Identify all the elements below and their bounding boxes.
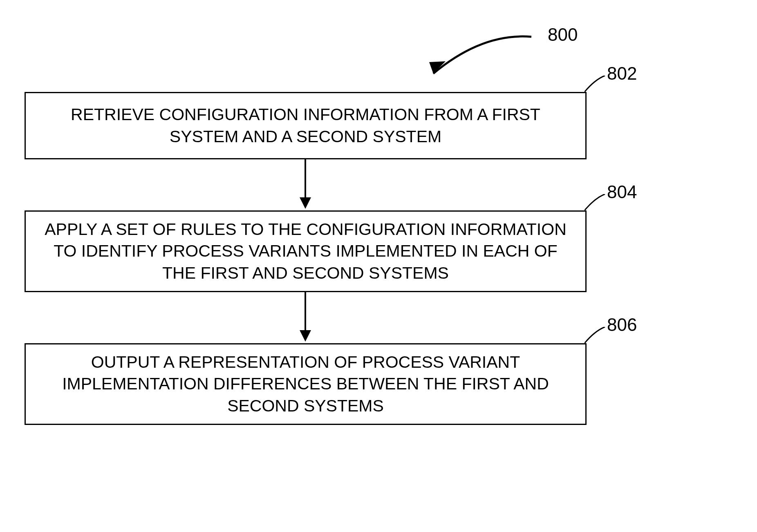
box-label-804: 804	[607, 182, 637, 202]
leader-line-802-icon	[585, 76, 607, 94]
leader-line-806-icon	[585, 327, 607, 345]
flowchart-box-802-text: RETRIEVE CONFIGURATION INFORMATION FROM …	[42, 104, 569, 148]
svg-marker-0	[429, 61, 446, 74]
figure-label-800: 800	[548, 25, 578, 45]
curved-arrow-icon	[409, 29, 548, 86]
arrow-1-to-2-line	[305, 159, 306, 198]
arrow-2-to-3-line	[305, 292, 306, 331]
arrow-1-to-2-head-icon	[300, 197, 311, 209]
flowchart-box-802: RETRIEVE CONFIGURATION INFORMATION FROM …	[25, 92, 587, 159]
arrow-2-to-3-head-icon	[300, 330, 311, 342]
leader-line-804-icon	[585, 194, 607, 212]
box-label-802: 802	[607, 63, 637, 84]
flowchart-box-806: OUTPUT A REPRESENTATION OF PROCESS VARIA…	[25, 343, 587, 425]
flowchart-box-804-text: APPLY A SET OF RULES TO THE CONFIGURATIO…	[42, 219, 569, 284]
flowchart-box-804: APPLY A SET OF RULES TO THE CONFIGURATIO…	[25, 210, 587, 292]
box-label-806: 806	[607, 315, 637, 335]
flowchart-box-806-text: OUTPUT A REPRESENTATION OF PROCESS VARIA…	[42, 351, 569, 417]
